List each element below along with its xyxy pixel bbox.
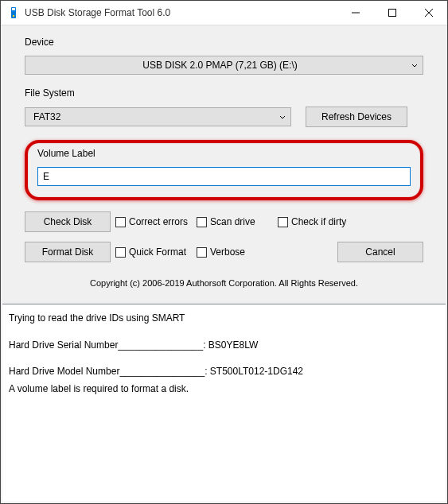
- minimize-button[interactable]: [337, 1, 374, 25]
- svg-rect-4: [389, 10, 396, 17]
- volume-label-text: Volume Label: [37, 148, 411, 159]
- svg-rect-2: [13, 15, 14, 17]
- filesystem-label: File System: [25, 87, 423, 99]
- log-line: Hard Drive Serial Number________________…: [9, 339, 439, 352]
- device-label: Device: [25, 37, 423, 48]
- check-disk-button[interactable]: Check Disk: [25, 211, 111, 232]
- close-button[interactable]: [411, 1, 447, 25]
- checkbox-icon: [197, 247, 207, 258]
- app-window: USB Disk Storage Format Tool 6.0 Device …: [0, 0, 448, 504]
- correct-errors-checkbox[interactable]: Correct errors: [115, 216, 192, 227]
- checkbox-icon: [278, 217, 288, 227]
- volume-label-section: Volume Label: [25, 140, 423, 200]
- log-output[interactable]: Trying to read the drive IDs using SMART…: [2, 304, 446, 502]
- checkbox-icon: [197, 217, 207, 227]
- filesystem-selected: FAT32: [33, 111, 60, 122]
- maximize-button[interactable]: [374, 1, 411, 25]
- titlebar: USB Disk Storage Format Tool 6.0: [1, 1, 447, 25]
- device-selected: USB DISK 2.0 PMAP (7,21 GB) (E:\): [142, 60, 298, 71]
- filesystem-dropdown[interactable]: FAT32: [25, 107, 291, 126]
- checkbox-icon: [115, 247, 126, 258]
- volume-label-input[interactable]: [37, 167, 411, 186]
- chevron-down-icon: [411, 60, 418, 71]
- quick-format-checkbox[interactable]: Quick Format: [115, 246, 192, 258]
- check-if-dirty-checkbox[interactable]: Check if dirty: [278, 216, 354, 227]
- log-line: A volume label is required to format a d…: [9, 383, 439, 396]
- scan-drive-checkbox[interactable]: Scan drive: [197, 216, 273, 227]
- chevron-down-icon: [279, 111, 286, 122]
- refresh-devices-button[interactable]: Refresh Devices: [306, 107, 407, 127]
- app-icon: [7, 6, 20, 19]
- window-controls: [337, 1, 447, 25]
- window-title: USB Disk Storage Format Tool 6.0: [25, 7, 337, 18]
- checkbox-icon: [115, 217, 126, 227]
- svg-rect-1: [12, 8, 15, 10]
- verbose-checkbox[interactable]: Verbose: [197, 246, 273, 258]
- copyright-text: Copyright (c) 2006-2019 Authorsoft Corpo…: [25, 272, 423, 297]
- content-area: Device USB DISK 2.0 PMAP (7,21 GB) (E:\)…: [1, 25, 447, 304]
- log-line: Hard Drive Model Number________________:…: [9, 366, 439, 378]
- cancel-button[interactable]: Cancel: [337, 242, 423, 262]
- format-disk-button[interactable]: Format Disk: [25, 242, 111, 262]
- log-line: Trying to read the drive IDs using SMART: [9, 312, 439, 325]
- device-dropdown[interactable]: USB DISK 2.0 PMAP (7,21 GB) (E:\): [25, 56, 423, 75]
